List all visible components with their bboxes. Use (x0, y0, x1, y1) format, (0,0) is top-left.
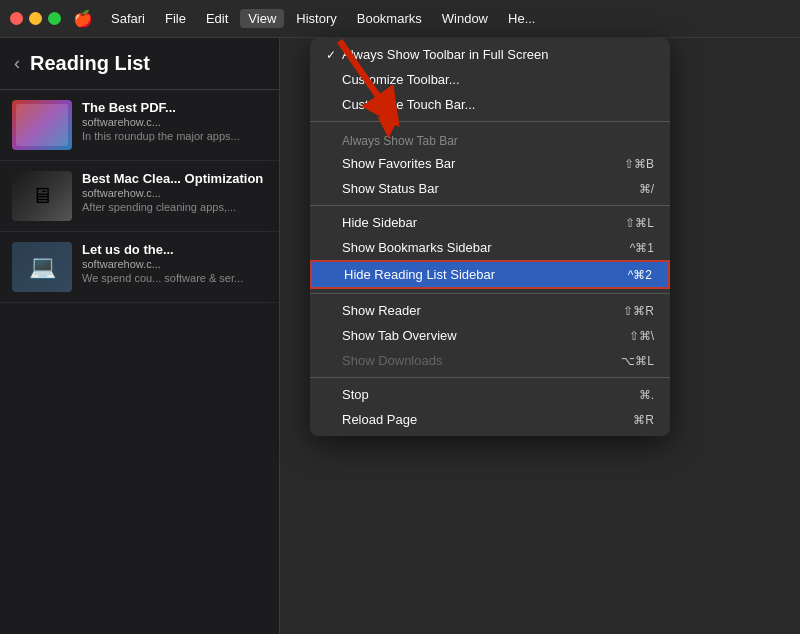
item-content: Best Mac Clea... Optimization softwareho… (82, 171, 267, 213)
close-button[interactable] (10, 12, 23, 25)
menu-item-reload-page[interactable]: Reload Page ⌘R (310, 407, 670, 432)
menu-item-show-bookmarks-sidebar[interactable]: Show Bookmarks Sidebar ^⌘1 (310, 235, 670, 260)
menu-item-customize-touchbar[interactable]: Customize Touch Bar... (310, 92, 670, 117)
menu-item-label: Show Reader (342, 303, 623, 318)
menu-item-label: Show Downloads (342, 353, 621, 368)
menu-item-show-reader[interactable]: Show Reader ⇧⌘R (310, 298, 670, 323)
menu-item-customize-toolbar[interactable]: Customize Toolbar... (310, 67, 670, 92)
menu-safari[interactable]: Safari (103, 9, 153, 28)
item-domain: softwarehow.c... (82, 258, 267, 270)
section-header-label: Always Show Tab Bar (342, 134, 654, 148)
reading-list: The Best PDF... softwarehow.c... In this… (0, 90, 279, 634)
traffic-lights (10, 12, 61, 25)
menu-item-stop[interactable]: Stop ⌘. (310, 382, 670, 407)
menu-bar: 🍎 Safari File Edit View History Bookmark… (0, 0, 800, 38)
menu-item-shortcut: ⌘. (639, 388, 654, 402)
item-title: Best Mac Clea... Optimization (82, 171, 267, 186)
menu-item-hide-sidebar[interactable]: Hide Sidebar ⇧⌘L (310, 210, 670, 235)
menu-item-always-show-toolbar[interactable]: ✓ Always Show Toolbar in Full Screen (310, 42, 670, 67)
separator (310, 205, 670, 206)
sidebar-toolbar: ‹ Reading List (0, 38, 279, 90)
menu-item-show-tab-overview[interactable]: Show Tab Overview ⇧⌘\ (310, 323, 670, 348)
sidebar-title: Reading List (30, 52, 150, 75)
item-domain: softwarehow.c... (82, 116, 267, 128)
menu-item-shortcut: ⌥⌘L (621, 354, 654, 368)
menu-item-label: Show Tab Overview (342, 328, 629, 343)
list-item[interactable]: The Best PDF... softwarehow.c... In this… (0, 90, 279, 161)
menu-help[interactable]: He... (500, 9, 543, 28)
list-item[interactable]: Let us do the... softwarehow.c... We spe… (0, 232, 279, 303)
checkmark-icon: ✓ (326, 48, 342, 62)
back-button[interactable]: ‹ (14, 53, 20, 74)
menu-item-show-downloads: Show Downloads ⌥⌘L (310, 348, 670, 373)
menu-section-tab-bar: Always Show Tab Bar (310, 126, 670, 151)
menu-item-show-favorites-bar[interactable]: Show Favorites Bar ⇧⌘B (310, 151, 670, 176)
maximize-button[interactable] (48, 12, 61, 25)
minimize-button[interactable] (29, 12, 42, 25)
item-thumbnail (12, 100, 72, 150)
sidebar: ‹ Reading List The Best PDF... softwareh… (0, 38, 280, 634)
separator (310, 121, 670, 122)
separator (310, 377, 670, 378)
separator (310, 293, 670, 294)
menu-edit[interactable]: Edit (198, 9, 236, 28)
menu-history[interactable]: History (288, 9, 344, 28)
menu-item-show-status-bar[interactable]: Show Status Bar ⌘/ (310, 176, 670, 201)
menu-item-label: Hide Sidebar (342, 215, 625, 230)
view-menu-dropdown: ✓ Always Show Toolbar in Full Screen Cus… (310, 38, 670, 436)
menu-file[interactable]: File (157, 9, 194, 28)
apple-menu[interactable]: 🍎 (73, 9, 93, 28)
menu-item-label: Show Favorites Bar (342, 156, 624, 171)
menu-item-label: Always Show Toolbar in Full Screen (342, 47, 654, 62)
menu-item-shortcut: ⇧⌘B (624, 157, 654, 171)
menu-item-label: Customize Touch Bar... (342, 97, 654, 112)
list-item[interactable]: Best Mac Clea... Optimization softwareho… (0, 161, 279, 232)
item-title: Let us do the... (82, 242, 267, 257)
menu-item-shortcut: ⇧⌘R (623, 304, 654, 318)
item-description: In this roundup the major apps... (82, 130, 267, 142)
item-description: We spend cou... software & ser... (82, 272, 267, 284)
menu-item-hide-reading-list-sidebar[interactable]: Hide Reading List Sidebar ^⌘2 (310, 260, 670, 289)
menu-item-shortcut: ⌘R (633, 413, 654, 427)
menu-bookmarks[interactable]: Bookmarks (349, 9, 430, 28)
menu-view[interactable]: View (240, 9, 284, 28)
menu-item-label: Show Status Bar (342, 181, 639, 196)
item-thumbnail (12, 171, 72, 221)
menu-item-label: Show Bookmarks Sidebar (342, 240, 630, 255)
menu-item-label: Customize Toolbar... (342, 72, 654, 87)
menu-window[interactable]: Window (434, 9, 496, 28)
item-domain: softwarehow.c... (82, 187, 267, 199)
menu-item-shortcut: ⇧⌘L (625, 216, 654, 230)
menu-item-shortcut: ^⌘2 (628, 268, 652, 282)
menu-item-shortcut: ⇧⌘\ (629, 329, 654, 343)
item-description: After spending cleaning apps,... (82, 201, 267, 213)
menu-item-label: Hide Reading List Sidebar (344, 267, 628, 282)
item-title: The Best PDF... (82, 100, 267, 115)
item-content: Let us do the... softwarehow.c... We spe… (82, 242, 267, 284)
menu-item-label: Reload Page (342, 412, 633, 427)
menu-item-shortcut: ^⌘1 (630, 241, 654, 255)
item-content: The Best PDF... softwarehow.c... In this… (82, 100, 267, 142)
menu-item-shortcut: ⌘/ (639, 182, 654, 196)
menu-item-label: Stop (342, 387, 639, 402)
item-thumbnail (12, 242, 72, 292)
